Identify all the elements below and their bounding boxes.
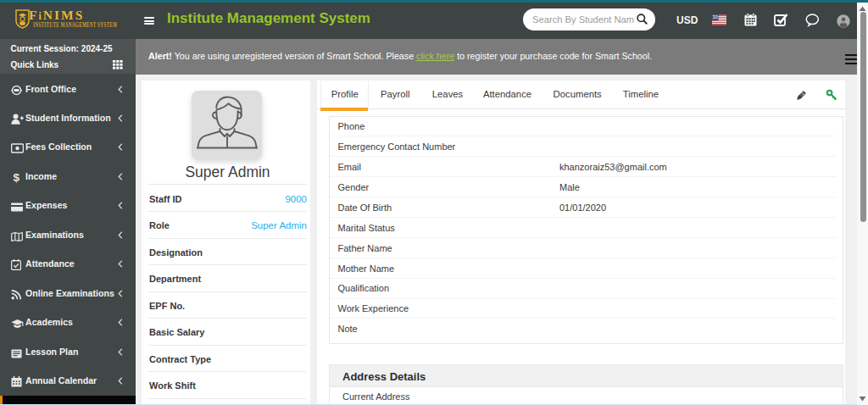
svg-text:$: $ [14,171,20,183]
